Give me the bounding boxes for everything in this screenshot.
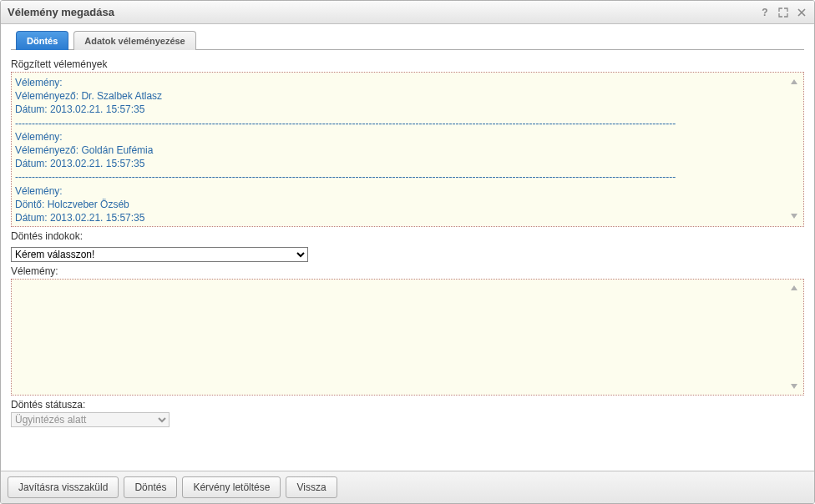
opinion-field-label: Vélemény:	[15, 185, 63, 197]
opinion-textarea[interactable]	[12, 280, 803, 395]
opinion-date-label: Dátum:	[15, 212, 50, 224]
opinion-entry: Vélemény: Döntő: Holczveber Özséb Dátum:…	[15, 184, 800, 225]
return-for-fix-button[interactable]: Javításra visszaküld	[8, 476, 119, 498]
tab-data-review[interactable]: Adatok véleményezése	[73, 31, 195, 50]
tab-decision[interactable]: Döntés	[16, 31, 68, 50]
separator-dashes: ----------------------------------------…	[15, 170, 800, 184]
opinion-role-label: Döntő:	[15, 199, 48, 210]
scroll-down-icon[interactable]	[790, 381, 802, 391]
opinion-person: Dr. Szalbek Atlasz	[81, 90, 162, 102]
scroll-up-icon[interactable]	[790, 76, 802, 88]
opinion-field-label: Vélemény:	[15, 131, 63, 143]
window-title: Vélemény megadása	[8, 6, 759, 18]
titlebar: Vélemény megadása ?	[1, 1, 814, 24]
opinion-entry: Vélemény: Véleményező: Dr. Szalbek Atlas…	[15, 76, 800, 117]
opinion-field-label: Vélemény:	[15, 77, 63, 88]
separator-dashes: ----------------------------------------…	[15, 224, 800, 227]
tab-strip: Döntés Adatok véleményezése	[11, 31, 804, 50]
recorded-opinions-label: Rögzített vélemények	[11, 58, 804, 70]
decision-button[interactable]: Döntés	[124, 476, 177, 498]
dialog-window: Vélemény megadása ? Döntés Adatok vélemé…	[0, 0, 815, 504]
opinion-date: 2013.02.21. 15:57:35	[50, 103, 144, 115]
decision-status-select: Ügyintézés alatt	[11, 412, 170, 427]
recorded-opinions-box: Vélemény: Véleményező: Dr. Szalbek Atlas…	[11, 72, 804, 227]
close-icon[interactable]	[796, 7, 807, 18]
scroll-up-icon[interactable]	[790, 283, 802, 293]
help-icon[interactable]: ?	[759, 7, 771, 18]
opinion-scrollbar[interactable]	[790, 280, 802, 395]
scroll-down-icon[interactable]	[790, 210, 802, 223]
decision-reason-select[interactable]: Kérem válasszon!	[11, 247, 308, 262]
dialog-content: Döntés Adatok véleményezése Rögzített vé…	[1, 24, 814, 471]
opinions-scrollbar[interactable]	[790, 73, 802, 226]
separator-dashes: ----------------------------------------…	[15, 117, 800, 130]
opinion-role-label: Véleményező:	[15, 144, 81, 156]
opinion-date: 2013.02.21. 15:57:35	[50, 212, 144, 224]
maximize-icon[interactable]	[777, 7, 789, 18]
opinion-label: Vélemény:	[11, 265, 804, 277]
dialog-footer: Javításra visszaküld Döntés Kérvény letö…	[1, 471, 814, 503]
opinion-role-label: Véleményező:	[15, 90, 81, 102]
opinion-entry: Vélemény: Véleményező: Goldán Eufémia Dá…	[15, 130, 800, 171]
opinion-person: Goldán Eufémia	[81, 144, 153, 156]
opinion-date-label: Dátum:	[15, 103, 50, 115]
opinion-date: 2013.02.21. 15:57:35	[50, 158, 144, 169]
opinion-person: Holczveber Özséb	[48, 199, 129, 210]
opinion-textarea-wrapper	[11, 279, 804, 396]
opinion-date-label: Dátum:	[15, 158, 50, 169]
back-button[interactable]: Vissza	[286, 476, 337, 498]
download-request-button[interactable]: Kérvény letöltése	[182, 476, 281, 498]
titlebar-actions: ?	[759, 7, 807, 18]
decision-status-label: Döntés státusza:	[11, 399, 804, 411]
decision-reasons-label: Döntés indokok:	[11, 230, 804, 242]
